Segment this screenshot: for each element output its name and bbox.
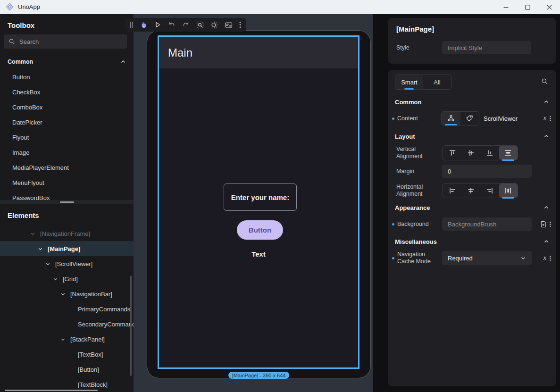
binding-icon[interactable]: x [543,254,546,262]
toolbox-item-mediaplayerelement[interactable]: MediaPlayerElement [0,160,134,175]
align-hstretch-icon[interactable] [499,183,518,198]
binding-icon[interactable]: x [543,115,546,122]
align-top-icon[interactable] [443,146,462,160]
toolbox-item-flyout[interactable]: Flyout [0,130,134,145]
designed-button[interactable]: Button [237,220,283,240]
tab-smart[interactable]: Smart [395,75,423,89]
designed-textbox[interactable]: Enter your name: [224,183,297,211]
undo-icon[interactable] [168,21,176,28]
properties-card: Smart All Common Content [388,70,556,386]
section-common: Common [395,95,549,108]
section-appearance: Appearance [395,201,549,214]
inspector-title: [MainPage] [396,23,434,35]
title-bar: UnoApp [0,0,560,14]
tab-active-indicator [404,88,414,90]
align-vstretch-icon[interactable] [499,146,518,160]
chevron-down-icon[interactable] [38,246,43,251]
toolbox-search[interactable] [4,34,127,49]
toolbox-item-datepicker[interactable]: DatePicker [0,115,134,130]
tree-item-mainpage[interactable]: [MainPage] [0,241,134,256]
close-button[interactable] [538,0,560,14]
toolbox-item-menuflyout[interactable]: MenuFlyout [0,175,134,190]
align-vcenter-icon[interactable] [462,146,481,160]
properties-search-icon[interactable] [541,78,548,85]
window-title: UnoApp [18,3,40,10]
tab-all[interactable]: All [423,75,451,89]
tree-item-primarycommands[interactable]: PrimaryCommands [0,301,134,317]
toolbox-title: Toolbox [8,21,34,29]
properties-panel: [MainPage] Style Implicit Style Smart Al… [373,14,560,392]
tree-vertical-scrollbar[interactable] [130,275,132,376]
toolbox-item-button[interactable]: Button [0,69,134,84]
hot-reload-flame-icon[interactable] [140,21,148,29]
margin-label: Margin [396,165,440,178]
chevron-up-icon[interactable] [543,133,549,139]
toolbox-section-common: Common [8,55,126,69]
elements-title: Elements [8,211,39,219]
redo-icon[interactable] [182,21,190,28]
app-window: UnoApp Toolbox Common [0,0,560,392]
horizontal-alignment-label: Horizontal Alignment [396,183,440,198]
minimize-button[interactable] [495,0,517,14]
panel-splitter[interactable] [0,200,134,204]
vertical-alignment-label: Vertical Alignment [396,145,440,160]
tree-item-stackpanel[interactable]: [StackPanel] [0,332,134,347]
chevron-up-icon[interactable] [120,59,126,65]
visual-tree-icon[interactable] [442,112,460,125]
align-right-icon[interactable] [480,183,499,198]
style-input[interactable]: Implicit Style [442,41,531,54]
tree-horizontal-scrollbar[interactable] [5,390,98,391]
tree-item-scrollviewer[interactable]: [ScrollViewer] [0,256,134,271]
background-label: Background [396,217,440,231]
content-mode-toggle [441,111,479,125]
search-input[interactable] [19,38,109,45]
tree-item-textbox[interactable]: [TextBox] [0,347,134,362]
form-checklist-icon[interactable] [225,21,233,29]
designed-textblock[interactable]: Text [159,250,358,258]
resource-document-icon[interactable] [540,221,546,228]
align-bottom-icon[interactable] [480,146,499,160]
play-icon[interactable] [154,21,161,28]
theme-sun-icon[interactable] [210,21,218,29]
toolbox-item-image[interactable]: Image [0,145,134,160]
align-left-icon[interactable] [443,183,462,198]
tree-item-secondarycommands[interactable]: SecondaryCommands [0,317,134,332]
more-vertical-icon[interactable] [239,21,241,28]
tree-item-button[interactable]: [Button] [0,362,134,377]
drag-handle-icon[interactable] [129,21,134,28]
chevron-up-icon[interactable] [543,99,549,105]
more-vertical-icon[interactable] [550,255,551,261]
chevron-up-icon[interactable] [543,239,549,244]
background-row-actions [540,217,551,231]
toolbox-item-combobox[interactable]: ComboBox [0,100,134,115]
tree-item-navigationbar[interactable]: [NavigationBar] [0,286,134,301]
margin-input[interactable]: 0 [442,165,532,178]
toggle-active-indicator [445,124,457,125]
chevron-up-icon[interactable] [543,205,549,210]
chevron-down-icon[interactable] [60,337,66,342]
toolbox-item-checkbox[interactable]: CheckBox [0,84,134,100]
element-inspect-icon[interactable] [196,21,204,29]
more-vertical-icon[interactable] [550,221,551,227]
design-toolbar [125,18,246,32]
tag-icon[interactable] [460,112,479,125]
horizontal-alignment-group [443,183,518,198]
navigation-cache-mode-select[interactable]: Required [442,251,532,265]
background-input[interactable]: BackgroundBrush [442,217,532,231]
chevron-down-icon[interactable] [60,292,66,297]
maximize-button[interactable] [517,0,538,14]
section-miscellaneous: Miscellaneous [395,235,549,248]
chevron-down-icon[interactable] [30,231,36,236]
align-hcenter-icon[interactable] [462,183,481,198]
tree-item-navigationframe[interactable]: [NavigationFrame] [0,226,134,241]
tree-item-grid[interactable]: [Grid] [0,271,134,286]
navigation-bar[interactable]: Main [159,37,358,68]
content-row-actions: x [543,111,551,125]
style-label: Style [396,41,440,54]
chevron-down-icon[interactable] [53,276,59,282]
chevron-down-icon[interactable] [45,261,51,267]
group-active-indicator [502,159,514,161]
more-vertical-icon[interactable] [550,116,551,122]
group-active-indicator [502,197,514,199]
page-surface[interactable]: Main Enter your name: Button Text [159,37,358,367]
